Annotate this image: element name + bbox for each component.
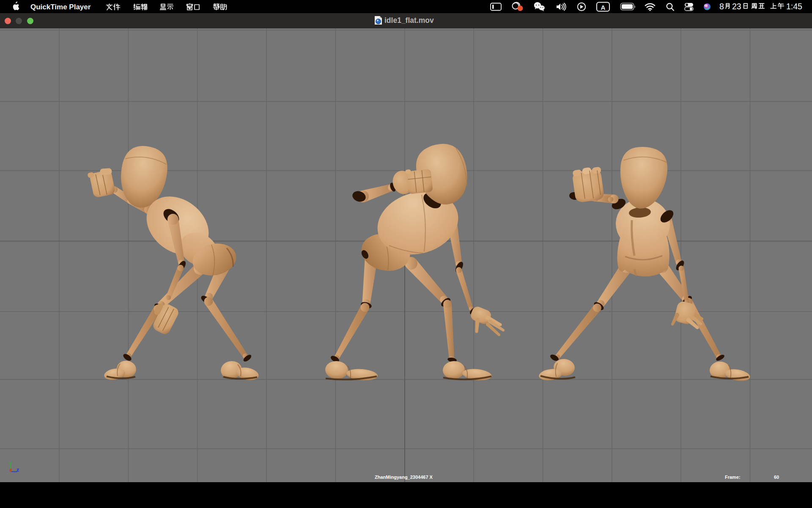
svg-text:A: A xyxy=(601,4,606,11)
svg-text:1:45: 1:45 xyxy=(786,2,802,11)
svg-text:QuickTime Player: QuickTime Player xyxy=(30,3,91,11)
svg-text:Frame:: Frame: xyxy=(725,475,741,480)
svg-text:ZhanMingyang_2304467 X: ZhanMingyang_2304467 X xyxy=(375,475,433,480)
svg-text:23: 23 xyxy=(732,2,741,11)
svg-text:60: 60 xyxy=(774,475,779,480)
svg-text:8: 8 xyxy=(719,2,724,11)
